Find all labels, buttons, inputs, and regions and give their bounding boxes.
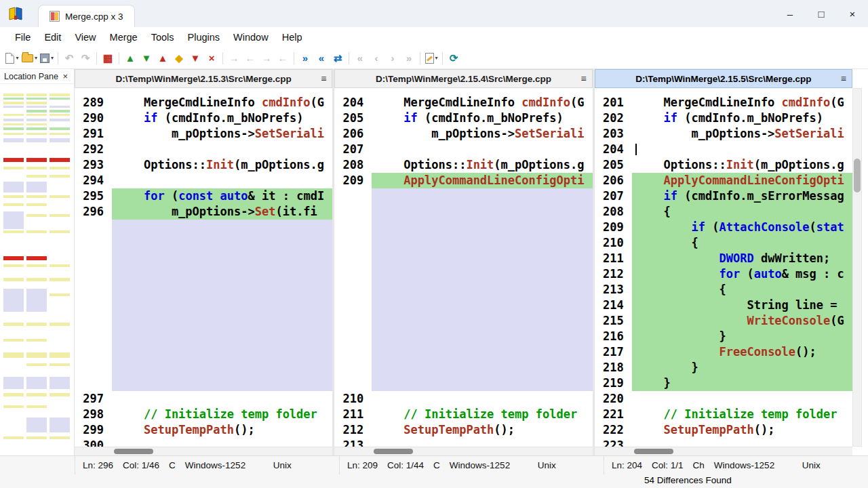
- code-line[interactable]: 204: [595, 142, 852, 157]
- code-line[interactable]: 206 m_pOptions->SetSeriali: [334, 126, 592, 142]
- location-pane-close-icon[interactable]: ×: [60, 71, 70, 81]
- code-line[interactable]: 215 WriteConsole(G: [595, 313, 852, 329]
- document-tab[interactable]: Merge.cpp x 3: [38, 5, 135, 27]
- menu-plugins[interactable]: Plugins: [181, 29, 227, 45]
- last-difference-button[interactable]: ▼: [187, 49, 203, 67]
- code-line[interactable]: 297: [75, 391, 332, 407]
- copy-left-button[interactable]: ←: [242, 49, 258, 67]
- code-line[interactable]: 213: [334, 438, 592, 447]
- select-line-difference-button[interactable]: ×: [203, 49, 220, 67]
- code-line[interactable]: 217 FreeConsole();: [595, 344, 852, 360]
- menu-merge[interactable]: Merge: [103, 29, 144, 45]
- code-line[interactable]: 211 DWORD dwWritten;: [595, 251, 852, 266]
- menu-help[interactable]: Help: [275, 29, 309, 45]
- new-button[interactable]: ▾: [4, 49, 20, 67]
- hscroll-thumb[interactable]: [374, 449, 413, 454]
- code-line[interactable]: 211 // Initialize temp folder: [334, 407, 592, 422]
- copy-all-left-button[interactable]: «: [313, 49, 330, 67]
- code-line[interactable]: 213 {: [595, 282, 852, 298]
- code-line[interactable]: 209 ApplyCommandLineConfigOpti: [334, 173, 592, 188]
- pane-header-right[interactable]: D:\Temp\WinMerge\2.15.5\Src\Merge.cpp ≡: [595, 69, 852, 88]
- code-line[interactable]: 289 MergeCmdLineInfo cmdInfo(G: [75, 95, 332, 110]
- redo-button[interactable]: ↷: [77, 49, 94, 67]
- auto-merge-button[interactable]: ⇄: [330, 49, 346, 67]
- code-line[interactable]: 298 // Initialize temp folder: [75, 407, 332, 422]
- pane-menu-icon[interactable]: ≡: [841, 73, 846, 84]
- code-editor-right[interactable]: 201 MergeCmdLineInfo cmdInfo(G202 if (cm…: [595, 88, 852, 447]
- code-line[interactable]: 203 m_pOptions->SetSeriali: [595, 126, 852, 142]
- code-line[interactable]: 290 if (cmdInfo.m_bNoPrefs): [75, 110, 332, 126]
- minimize-button[interactable]: –: [774, 0, 806, 27]
- menu-window[interactable]: Window: [226, 29, 275, 45]
- save-button[interactable]: ▾: [39, 49, 55, 67]
- code-line[interactable]: 205 if (cmdInfo.m_bNoPrefs): [334, 110, 592, 126]
- undo-button[interactable]: ↶: [61, 49, 77, 67]
- code-line[interactable]: 219 }: [595, 375, 852, 391]
- file-encoding-button[interactable]: ▾: [423, 49, 439, 67]
- vscrollbar[interactable]: [852, 88, 862, 447]
- code-editor-middle[interactable]: 204 MergeCmdLineInfo cmdInfo(G205 if (cm…: [334, 88, 592, 447]
- code-line[interactable]: 222 SetupTempPath();: [595, 422, 852, 438]
- dropdown-arrow-icon[interactable]: ▾: [16, 55, 18, 61]
- copy-left-advance-button[interactable]: ←: [275, 49, 291, 67]
- code-line[interactable]: 295 for (const auto& it : cmdI: [75, 188, 332, 204]
- hscrollbar-right[interactable]: [595, 447, 852, 455]
- hscroll-thumb[interactable]: [114, 449, 153, 454]
- first-conflict-button[interactable]: «: [352, 49, 368, 67]
- options-button[interactable]: ▦: [100, 49, 116, 67]
- code-line[interactable]: 204 MergeCmdLineInfo cmdInfo(G: [334, 95, 592, 110]
- dropdown-arrow-icon[interactable]: ▾: [51, 55, 54, 61]
- code-line[interactable]: 212 for (auto& msg : c: [595, 266, 852, 282]
- code-line[interactable]: 299 SetupTempPath();: [75, 422, 332, 438]
- vscroll-thumb[interactable]: [854, 159, 861, 192]
- pane-menu-icon[interactable]: ≡: [321, 73, 326, 84]
- copy-right-advance-button[interactable]: →: [258, 49, 275, 67]
- dropdown-arrow-icon[interactable]: ▾: [35, 55, 37, 61]
- winmerge-app-icon[interactable]: [7, 5, 24, 22]
- code-line[interactable]: 205 Options::Init(m_pOptions.g: [595, 157, 852, 173]
- code-line[interactable]: 300: [75, 438, 332, 447]
- code-line[interactable]: 208 Options::Init(m_pOptions.g: [334, 157, 592, 173]
- code-line[interactable]: 218 }: [595, 360, 852, 375]
- next-conflict-button[interactable]: ›: [384, 49, 401, 67]
- hscrollbar-left[interactable]: [75, 447, 332, 455]
- close-button[interactable]: ×: [837, 0, 868, 27]
- code-line[interactable]: 292: [75, 142, 332, 157]
- open-button[interactable]: ▾: [20, 49, 39, 67]
- code-line[interactable]: 207: [334, 142, 592, 157]
- next-difference-button[interactable]: ▼: [138, 49, 155, 67]
- code-line[interactable]: 221 // Initialize temp folder: [595, 407, 852, 422]
- code-line[interactable]: 207 if (cmdInfo.m_sErrorMessag: [595, 188, 852, 204]
- code-line[interactable]: 223: [595, 438, 852, 447]
- menu-edit[interactable]: Edit: [37, 29, 68, 45]
- pane-header-middle[interactable]: D:\Temp\WinMerge\2.15.4\Src\Merge.cpp ≡: [334, 69, 592, 88]
- refresh-button[interactable]: ⟳: [446, 49, 462, 67]
- code-line[interactable]: 220: [595, 391, 852, 407]
- menu-file[interactable]: File: [8, 29, 37, 45]
- code-line[interactable]: 296 m_pOptions->Set(it.fi: [75, 204, 332, 220]
- pane-header-left[interactable]: D:\Temp\WinMerge\2.15.3\Src\Merge.cpp ≡: [75, 69, 332, 88]
- first-difference-button[interactable]: ▲: [155, 49, 171, 67]
- previous-conflict-button[interactable]: ‹: [368, 49, 384, 67]
- code-line[interactable]: 214 String line =: [595, 298, 852, 313]
- code-line[interactable]: 210: [334, 391, 592, 407]
- code-line[interactable]: 294: [75, 173, 332, 188]
- copy-all-right-button[interactable]: »: [297, 49, 313, 67]
- copy-right-button[interactable]: →: [226, 49, 242, 67]
- menu-view[interactable]: View: [68, 29, 102, 45]
- maximize-button[interactable]: □: [806, 0, 837, 27]
- code-line[interactable]: 206 ApplyCommandLineConfigOpti: [595, 173, 852, 188]
- code-line[interactable]: 201 MergeCmdLineInfo cmdInfo(G: [595, 95, 852, 110]
- code-line[interactable]: 209 if (AttachConsole(stat: [595, 220, 852, 235]
- previous-difference-button[interactable]: ▲: [122, 49, 138, 67]
- hscroll-thumb[interactable]: [634, 449, 673, 454]
- dropdown-arrow-icon[interactable]: ▾: [435, 55, 438, 61]
- hscrollbar-middle[interactable]: [334, 447, 592, 455]
- pane-menu-icon[interactable]: ≡: [580, 73, 586, 84]
- menu-tools[interactable]: Tools: [144, 29, 181, 45]
- last-conflict-button[interactable]: »: [401, 49, 417, 67]
- code-editor-left[interactable]: 289 MergeCmdLineInfo cmdInfo(G290 if (cm…: [75, 88, 332, 447]
- code-line[interactable]: 210 {: [595, 235, 852, 251]
- code-line[interactable]: 212 SetupTempPath();: [334, 422, 592, 438]
- location-pane-map[interactable]: [2, 88, 72, 451]
